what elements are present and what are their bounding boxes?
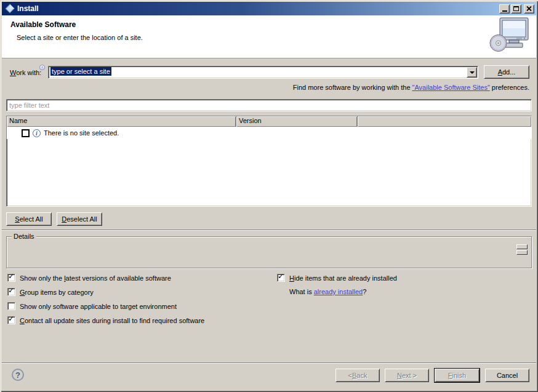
available-software-sites-link[interactable]: "Available Software Sites"	[412, 84, 490, 91]
row-checkbox[interactable]	[22, 129, 30, 137]
minimize-icon	[502, 7, 507, 12]
what-is-installed-text: What is already installed?	[289, 288, 366, 295]
deselect-all-button[interactable]: Deselect All	[57, 212, 102, 226]
filter-input[interactable]	[6, 99, 532, 111]
checkbox[interactable]	[7, 302, 15, 310]
checkbox[interactable]	[277, 274, 285, 282]
grip-bar-icon	[516, 244, 528, 249]
separator	[2, 362, 536, 364]
option-show-latest-versions[interactable]: Show only the latest versions of availab…	[7, 274, 171, 282]
add-button[interactable]: Add...	[484, 65, 529, 79]
page-title: Available Software	[10, 20, 76, 29]
checkbox-label: Show only software applicable to target …	[20, 303, 177, 310]
details-group: Details	[6, 236, 532, 268]
finish-button[interactable]: Finish	[435, 369, 480, 382]
close-button[interactable]	[524, 4, 534, 14]
checkbox[interactable]	[7, 274, 15, 282]
page-subtitle: Select a site or enter the location of a…	[17, 34, 143, 41]
info-icon	[33, 129, 41, 137]
column-header-version[interactable]: Version	[236, 116, 358, 127]
find-more-text: Find more software by working with the "…	[293, 84, 529, 91]
combo-selected-text: type or select a site	[50, 67, 111, 76]
details-label: Details	[12, 233, 36, 240]
window-title: Install	[17, 4, 498, 13]
option-group-by-category[interactable]: Group items by category	[7, 288, 94, 296]
maximize-button[interactable]	[511, 4, 521, 14]
option-hide-installed[interactable]: Hide items that are already installed	[277, 274, 397, 282]
maximize-icon	[513, 6, 519, 11]
title-bar[interactable]: Install	[2, 2, 536, 15]
install-dialog: Install Available Software Select a site…	[0, 0, 538, 392]
back-button[interactable]: < Back	[335, 369, 380, 382]
column-header-name[interactable]: Name	[7, 116, 236, 127]
work-with-combo-field[interactable]: type or select a site	[49, 66, 466, 78]
already-installed-link[interactable]: already installed	[314, 288, 363, 295]
details-resize-handle[interactable]	[516, 244, 528, 257]
separator	[2, 230, 536, 231]
wizard-banner: Available Software Select a site or ente…	[2, 15, 536, 58]
checkbox[interactable]	[7, 316, 15, 324]
software-table[interactable]: Name Version There is no site selected.	[6, 116, 532, 207]
checkbox-label: Show only the latest versions of availab…	[20, 274, 171, 282]
table-row[interactable]: There is no site selected.	[7, 127, 531, 139]
grip-bar-icon	[516, 250, 528, 255]
install-wizard-icon	[5, 4, 15, 14]
checkbox-label: Contact all update sites during install …	[20, 317, 204, 324]
next-button[interactable]: Next >	[385, 369, 429, 382]
work-with-combo[interactable]: type or select a site	[48, 66, 478, 79]
help-button[interactable]: ?	[12, 369, 24, 381]
option-show-applicable[interactable]: Show only software applicable to target …	[7, 302, 177, 310]
empty-table-message: There is no site selected.	[44, 129, 119, 137]
info-icon[interactable]	[39, 65, 45, 70]
software-install-icon	[489, 17, 530, 55]
column-header-extra[interactable]	[358, 116, 531, 127]
checkbox[interactable]	[7, 288, 15, 296]
table-header: Name Version	[7, 116, 531, 127]
close-icon	[526, 6, 532, 11]
work-with-label: Work with:	[10, 69, 41, 76]
minimize-button[interactable]	[499, 4, 510, 14]
chevron-down-icon	[470, 71, 475, 76]
combo-dropdown-button[interactable]	[467, 67, 477, 78]
checkbox-label: Group items by category	[20, 289, 94, 296]
select-all-button[interactable]: Select All	[6, 212, 52, 226]
checkbox-label: Hide items that are already installed	[289, 274, 397, 282]
option-contact-update-sites[interactable]: Contact all update sites during install …	[7, 316, 204, 324]
cancel-button[interactable]: Cancel	[485, 369, 529, 382]
